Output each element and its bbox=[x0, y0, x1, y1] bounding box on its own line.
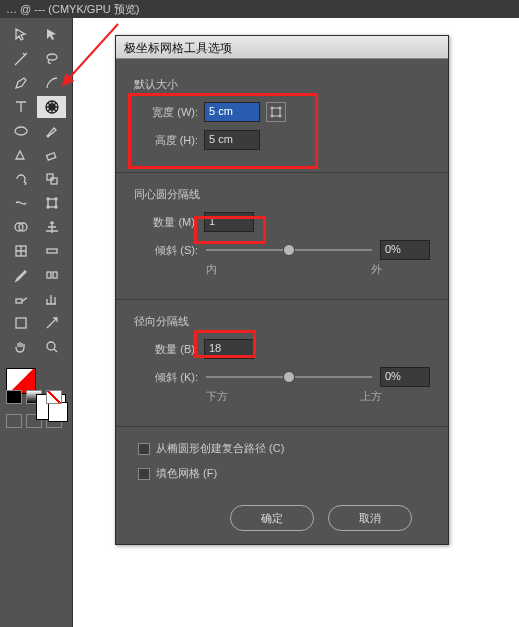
slider-thumb[interactable] bbox=[283, 244, 295, 256]
direct-selection-tool[interactable] bbox=[37, 24, 66, 46]
height-input[interactable]: 5 cm bbox=[204, 130, 260, 150]
svg-rect-15 bbox=[47, 249, 57, 253]
ok-button[interactable]: 确定 bbox=[230, 505, 314, 531]
document-titlebar: … @ --- (CMYK/GPU 预览) bbox=[0, 0, 519, 18]
blend-tool[interactable] bbox=[37, 264, 66, 286]
pen-tool[interactable] bbox=[6, 72, 35, 94]
gradient-tool[interactable] bbox=[37, 240, 66, 262]
symbol-sprayer-tool[interactable] bbox=[6, 288, 35, 310]
fill-grid-checkbox[interactable] bbox=[138, 468, 150, 480]
width-label: 宽度 (W): bbox=[138, 105, 198, 120]
type-tool[interactable] bbox=[6, 96, 35, 118]
skew-label: 倾斜 (S): bbox=[138, 243, 198, 258]
scale-tool[interactable] bbox=[37, 168, 66, 190]
selection-tool[interactable] bbox=[6, 24, 35, 46]
outer-label: 外 bbox=[371, 262, 382, 277]
paintbrush-tool[interactable] bbox=[37, 120, 66, 142]
section-title: 径向分隔线 bbox=[134, 314, 430, 329]
curvature-tool[interactable] bbox=[37, 72, 66, 94]
shaper-tool[interactable] bbox=[6, 144, 35, 166]
svg-rect-6 bbox=[51, 178, 57, 184]
skew-label: 倾斜 (K): bbox=[138, 370, 198, 385]
radial-skew-slider[interactable] bbox=[206, 376, 372, 378]
none-mode[interactable] bbox=[46, 390, 62, 404]
lower-label: 下方 bbox=[206, 389, 228, 404]
eraser-tool[interactable] bbox=[37, 144, 66, 166]
zoom-tool[interactable] bbox=[37, 336, 66, 358]
rotate-tool[interactable] bbox=[6, 168, 35, 190]
magic-wand-tool[interactable] bbox=[6, 48, 35, 70]
section-title: 默认大小 bbox=[134, 77, 430, 92]
polar-grid-options-dialog: 极坐标网格工具选项 默认大小 宽度 (W): 5 cm 高度 (H): 5 cm… bbox=[115, 35, 449, 545]
artboard-tool[interactable] bbox=[6, 312, 35, 334]
lasso-tool[interactable] bbox=[37, 48, 66, 70]
svg-rect-21 bbox=[272, 108, 280, 116]
count-label: 数量 (B): bbox=[138, 342, 198, 357]
svg-rect-5 bbox=[47, 174, 53, 180]
color-mode[interactable] bbox=[6, 390, 22, 404]
polar-grid-tool[interactable] bbox=[37, 96, 66, 118]
svg-rect-7 bbox=[48, 199, 56, 207]
default-size-section: 默认大小 宽度 (W): 5 cm 高度 (H): 5 cm bbox=[134, 77, 430, 150]
radial-section: 径向分隔线 数量 (B): 18 倾斜 (K): 0% 下方上方 bbox=[134, 314, 430, 404]
radial-skew-value[interactable]: 0% bbox=[380, 367, 430, 387]
compound-path-checkbox[interactable] bbox=[138, 443, 150, 455]
cancel-button[interactable]: 取消 bbox=[328, 505, 412, 531]
svg-rect-18 bbox=[16, 299, 22, 303]
concentric-section: 同心圆分隔线 数量 (M): 1 倾斜 (S): 0% 内外 bbox=[134, 187, 430, 277]
concentric-skew-slider[interactable] bbox=[206, 249, 372, 251]
upper-label: 上方 bbox=[360, 389, 382, 404]
ellipse-tool[interactable] bbox=[6, 120, 35, 142]
width-tool[interactable] bbox=[6, 192, 35, 214]
mesh-tool[interactable] bbox=[6, 240, 35, 262]
svg-rect-19 bbox=[16, 318, 26, 328]
svg-rect-4 bbox=[46, 153, 55, 160]
svg-point-0 bbox=[47, 54, 57, 60]
section-title: 同心圆分隔线 bbox=[134, 187, 430, 202]
height-label: 高度 (H): bbox=[138, 133, 198, 148]
fill-stroke-swatches[interactable] bbox=[6, 360, 66, 382]
column-graph-tool[interactable] bbox=[37, 288, 66, 310]
compound-path-label: 从椭圆形创建复合路径 (C) bbox=[156, 441, 284, 456]
tools-panel bbox=[0, 18, 72, 627]
hand-tool[interactable] bbox=[6, 336, 35, 358]
shape-builder-tool[interactable] bbox=[6, 216, 35, 238]
slider-thumb[interactable] bbox=[283, 371, 295, 383]
concentric-skew-value[interactable]: 0% bbox=[380, 240, 430, 260]
dialog-titlebar[interactable]: 极坐标网格工具选项 bbox=[116, 36, 448, 59]
radial-count-input[interactable]: 18 bbox=[204, 339, 254, 359]
free-transform-tool[interactable] bbox=[37, 192, 66, 214]
svg-point-20 bbox=[47, 342, 55, 350]
svg-rect-16 bbox=[47, 272, 51, 278]
inner-label: 内 bbox=[206, 262, 217, 277]
fill-grid-label: 填色网格 (F) bbox=[156, 466, 217, 481]
svg-rect-17 bbox=[53, 272, 57, 278]
width-input[interactable]: 5 cm bbox=[204, 102, 260, 122]
screen-mode-a[interactable] bbox=[6, 414, 22, 428]
count-label: 数量 (M): bbox=[138, 215, 198, 230]
concentric-count-input[interactable]: 1 bbox=[204, 212, 254, 232]
svg-point-3 bbox=[15, 127, 27, 135]
reference-point-button[interactable] bbox=[266, 102, 286, 122]
perspective-grid-tool[interactable] bbox=[37, 216, 66, 238]
eyedropper-tool[interactable] bbox=[6, 264, 35, 286]
slice-tool[interactable] bbox=[37, 312, 66, 334]
